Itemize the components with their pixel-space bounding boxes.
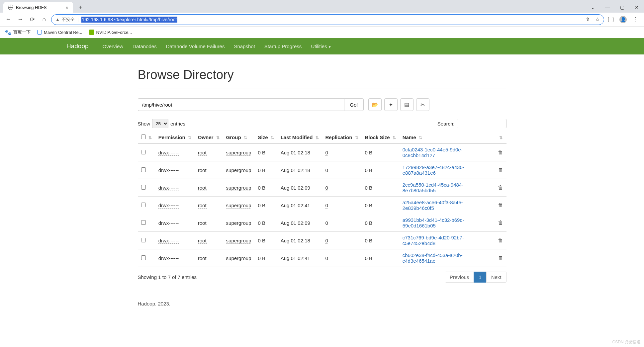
permission-cell[interactable]: drwx------ (158, 150, 179, 156)
nav-startup-progress[interactable]: Startup Progress (264, 43, 302, 49)
nav-datanodes[interactable]: Datanodes (133, 43, 157, 49)
delete-icon[interactable]: 🗑 (498, 220, 503, 225)
tab-search-icon[interactable]: ⌄ (586, 5, 600, 10)
bookmark-star-icon[interactable]: ☆ (595, 16, 600, 23)
group-cell[interactable]: supergroup (226, 238, 251, 244)
name-link[interactable]: cb602e38-f4cd-453a-a20b-c4d3e46541ae (403, 252, 463, 264)
reload-button[interactable]: ⟳ (27, 15, 37, 25)
entries-select[interactable]: 25 (152, 119, 168, 128)
column-header[interactable]: Last Modified ⇅ (277, 131, 322, 143)
owner-cell[interactable]: root (198, 220, 207, 226)
security-indicator[interactable]: ▲ 不安全 (55, 17, 75, 23)
close-tab-icon[interactable]: × (65, 5, 68, 10)
owner-cell[interactable]: root (198, 167, 207, 173)
permission-cell[interactable]: drwx------ (158, 255, 179, 261)
nav-overview[interactable]: Overview (103, 43, 124, 49)
forward-button[interactable]: → (15, 15, 25, 25)
delete-icon[interactable]: 🗑 (498, 167, 503, 173)
delete-icon[interactable]: 🗑 (498, 202, 503, 208)
name-link[interactable]: a25a4ee8-ace6-40f3-8a4e-2e839b46c0f5 (403, 200, 463, 211)
column-header[interactable]: Replication ⇅ (322, 131, 362, 143)
name-link[interactable]: 2cc9a550-1cd4-45ca-9484-8e7b80a5bd55 (403, 182, 463, 193)
browser-tab[interactable]: Browsing HDFS × (3, 2, 73, 13)
permission-cell[interactable]: drwx------ (158, 185, 179, 191)
group-cell[interactable]: supergroup (226, 185, 251, 191)
delete-icon[interactable]: 🗑 (498, 185, 503, 190)
permission-cell[interactable]: drwx------ (158, 238, 179, 244)
owner-cell[interactable]: root (198, 185, 207, 191)
back-button[interactable]: ← (3, 15, 13, 25)
name-link[interactable]: 0cfa0243-1ec0-44e5-9d0e-0c8cbb14d127 (403, 147, 463, 158)
delete-icon[interactable]: 🗑 (498, 255, 503, 261)
row-checkbox[interactable] (141, 150, 146, 154)
prev-button[interactable]: Previous (445, 272, 474, 283)
toolbar-buttons: 📂 ✦ ▤ ✂ (368, 98, 429, 111)
address-bar[interactable]: ▲ 不安全 | 192.168.1.6:9870/explorer.html#/… (51, 14, 604, 25)
parent-dir-button[interactable]: 📂 (368, 98, 382, 111)
create-dir-button[interactable]: ✦ (384, 98, 398, 111)
group-cell[interactable]: supergroup (226, 220, 251, 226)
row-checkbox[interactable] (141, 255, 146, 260)
home-button[interactable]: ⌂ (39, 15, 49, 25)
column-header[interactable]: ⇅ (495, 131, 506, 143)
row-checkbox[interactable] (141, 185, 146, 190)
minimize-icon[interactable]: — (600, 5, 615, 10)
name-link[interactable]: c731c769-bd9e-4d20-92b7-c5e7452eb4d8 (403, 235, 464, 246)
replication-cell[interactable]: 0 (325, 238, 328, 244)
replication-cell[interactable]: 0 (325, 220, 328, 226)
delete-icon[interactable]: 🗑 (498, 237, 503, 243)
owner-cell[interactable]: root (198, 255, 207, 261)
row-checkbox[interactable] (141, 220, 146, 225)
group-cell[interactable]: supergroup (226, 203, 251, 209)
column-header[interactable]: ⇅ (138, 131, 155, 143)
menu-icon[interactable]: ⋮ (633, 16, 639, 23)
name-link[interactable]: 17299829-a3e7-482c-a430-e887a8a431e6 (403, 164, 464, 176)
row-checkbox[interactable] (141, 203, 146, 207)
bookmark-nvidia[interactable]: NVIDIA GeForce... (89, 30, 132, 35)
name-link[interactable]: a9931bb4-3d41-4c32-b69d-59e0d1661b05 (403, 217, 464, 228)
nav-utilities[interactable]: Utilities▼ (311, 43, 331, 49)
column-header[interactable]: Name ⇅ (399, 131, 495, 143)
row-checkbox[interactable] (141, 238, 146, 242)
row-checkbox[interactable] (141, 167, 146, 172)
replication-cell[interactable]: 0 (325, 203, 328, 209)
search-input[interactable] (457, 119, 506, 128)
replication-cell[interactable]: 0 (325, 255, 328, 261)
replication-cell[interactable]: 0 (325, 185, 328, 191)
owner-cell[interactable]: root (198, 238, 207, 244)
go-button[interactable]: Go! (344, 98, 363, 111)
cut-button[interactable]: ✂ (416, 98, 429, 111)
owner-cell[interactable]: root (198, 203, 207, 209)
group-cell[interactable]: supergroup (226, 255, 251, 261)
nav-snapshot[interactable]: Snapshot (234, 43, 255, 49)
profile-avatar[interactable]: 👤 (619, 16, 627, 23)
path-input[interactable] (138, 98, 344, 111)
nav-volume-failures[interactable]: Datanode Volume Failures (166, 43, 225, 49)
page-1-button[interactable]: 1 (474, 272, 486, 283)
replication-cell[interactable]: 0 (325, 167, 328, 173)
permission-cell[interactable]: drwx------ (158, 203, 179, 209)
replication-cell[interactable]: 0 (325, 150, 328, 156)
column-header[interactable]: Permission ⇅ (155, 131, 195, 143)
permission-cell[interactable]: drwx------ (158, 220, 179, 226)
maximize-icon[interactable]: ▢ (615, 5, 629, 10)
column-header[interactable]: Group ⇅ (223, 131, 255, 143)
group-cell[interactable]: supergroup (226, 167, 251, 173)
close-window-icon[interactable]: ✕ (629, 5, 644, 10)
column-header[interactable]: Owner ⇅ (195, 131, 223, 143)
bookmark-maven[interactable]: Maven Central Re... (37, 30, 82, 35)
delete-icon[interactable]: 🗑 (498, 149, 503, 155)
next-button[interactable]: Next (486, 272, 506, 283)
new-tab-button[interactable]: + (76, 4, 84, 11)
group-cell[interactable]: supergroup (226, 150, 251, 156)
permission-cell[interactable]: drwx------ (158, 167, 179, 173)
owner-cell[interactable]: root (198, 150, 207, 156)
extensions-icon[interactable] (608, 17, 613, 22)
share-icon[interactable]: ⇪ (586, 16, 590, 23)
brand[interactable]: Hadoop (66, 43, 89, 50)
select-all-checkbox[interactable] (141, 134, 146, 139)
upload-button[interactable]: ▤ (400, 98, 414, 111)
column-header[interactable]: Block Size ⇅ (362, 131, 399, 143)
column-header[interactable]: Size ⇅ (254, 131, 277, 143)
bookmark-baidu[interactable]: 🐾 百度一下 (5, 29, 31, 36)
